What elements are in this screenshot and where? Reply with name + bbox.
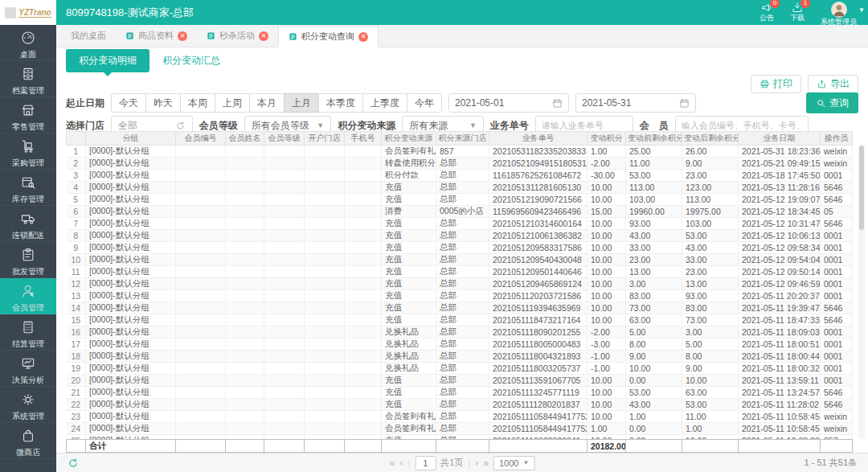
vertical-scrollbar[interactable]	[858, 146, 865, 439]
export-button[interactable]: 导出	[808, 75, 858, 93]
column-header[interactable]: 变动积分	[588, 132, 626, 146]
tab-2[interactable]: 商品资料✕	[116, 25, 197, 47]
table-row[interactable]: 18[0000]-默认分组兑换礼品总部2021051118004321893-1…	[67, 351, 853, 363]
tab-3[interactable]: 秒杀活动✕	[197, 25, 278, 47]
sidebar-item-4[interactable]: 采购管理	[0, 133, 56, 170]
table-row[interactable]: 2[0000]-默认分组转盘使用积分总部20210521094915180531…	[67, 158, 853, 170]
print-button[interactable]: 打印	[751, 75, 801, 93]
date-shortcut-button[interactable]: 上周	[215, 93, 250, 113]
table-row[interactable]: 10[0000]-默认分组充值总部202105120954043004810.0…	[67, 254, 853, 266]
column-header[interactable]: 会员编号	[176, 132, 226, 146]
table-row[interactable]: 11[0000]-默认分组充值总部202105120950144064610.0…	[67, 266, 853, 278]
column-header[interactable]	[67, 132, 86, 146]
close-icon[interactable]: ✕	[358, 32, 368, 42]
sidebar-item-8[interactable]: 会员管理	[0, 278, 56, 314]
prev-page-icon[interactable]: ‹	[399, 458, 403, 469]
column-header[interactable]: 变动后剩余积分	[682, 132, 739, 146]
date-shortcut-button[interactable]: 上季度	[362, 93, 407, 113]
cabinet-icon	[20, 66, 36, 82]
table-row[interactable]: 6[0000]-默认分组消费0005的小店1159695609423466496…	[67, 206, 853, 218]
scrollbar-thumb[interactable]	[859, 146, 864, 230]
column-header[interactable]: 业务单号	[489, 132, 588, 146]
printer-icon	[760, 79, 770, 89]
table-row[interactable]: 24[0000]-默认分组会员签到有礼总部2021051110584494177…	[67, 423, 853, 435]
table-row[interactable]: 3[0000]-默认分组积分付款总部1161857625261084672-30…	[67, 170, 853, 182]
table-row[interactable]: 14[0000]-默认分组充值总部202105111939463596910.0…	[67, 302, 853, 314]
sidebar-item-3[interactable]: 零售管理	[0, 97, 56, 133]
table-row[interactable]: 20[0000]-默认分组充值总部202105111359106770510.0…	[67, 375, 853, 387]
sidebar-item-1[interactable]: 桌面	[0, 25, 56, 61]
sidebar-item-7[interactable]: 批发管理	[0, 242, 56, 278]
column-header[interactable]: 积分变动来源	[382, 132, 436, 146]
refresh-icon[interactable]	[68, 458, 79, 469]
tab-1[interactable]: 我的桌面	[61, 25, 116, 47]
table-row[interactable]: 23[0000]-默认分组会员签到有礼总部2021051110584494177…	[67, 411, 853, 423]
merchant-title: 8099748198-测试商家-总部	[56, 6, 194, 20]
sidebar-menu: 桌面档案管理零售管理采购管理库存管理连锁配送批发管理会员管理结算管理决策分析系统…	[0, 25, 56, 459]
announcement-button[interactable]: 0 公告	[760, 2, 774, 22]
column-header[interactable]: 开户门店	[305, 132, 345, 146]
date-shortcut-button[interactable]: 昨天	[145, 93, 181, 113]
table-row[interactable]: 19[0000]-默认分组兑换礼品总部2021051118003205737-1…	[67, 363, 853, 375]
close-icon[interactable]: ✕	[178, 31, 187, 41]
chart-icon	[20, 355, 36, 371]
column-header[interactable]: 积分来源门店	[436, 132, 489, 146]
column-header[interactable]: 会员等级	[264, 132, 305, 146]
store-icon	[20, 102, 36, 118]
column-header[interactable]: 分组	[86, 132, 176, 146]
page-number-input[interactable]	[415, 456, 436, 470]
table-row[interactable]: 22[0000]-默认分组充值总部202105111128020183710.0…	[67, 399, 853, 411]
page-count-label: 共1页	[440, 457, 463, 469]
table-row[interactable]: 17[0000]-默认分组兑换礼品总部2021051118005000483-3…	[67, 339, 853, 351]
table-row[interactable]: 15[0000]-默认分组充值总部202105111847321716410.0…	[67, 314, 853, 326]
account-menu[interactable]: ▼ 系统管理员	[821, 2, 857, 26]
app-root: YZTrano 桌面档案管理零售管理采购管理库存管理连锁配送批发管理会员管理结算…	[0, 0, 868, 472]
next-page-icon[interactable]: ›	[475, 458, 478, 469]
download-button[interactable]: 1 下载	[790, 2, 805, 22]
query-button[interactable]: 查询	[806, 92, 858, 113]
date-shortcut-button[interactable]: 本周	[180, 93, 215, 113]
sidebar-item-6[interactable]: 连锁配送	[0, 206, 56, 242]
sidebar-item-2[interactable]: 档案管理	[0, 61, 56, 97]
date-shortcut-button[interactable]: 上月	[284, 93, 319, 113]
table-row[interactable]: 21[0000]-默认分组充值总部202105111324577111910.0…	[67, 387, 853, 399]
date-shortcut-button[interactable]: 本月	[249, 93, 285, 113]
table-row[interactable]: 8[0000]-默认分组充值总部202105121006138638210.00…	[67, 230, 853, 242]
last-page-icon[interactable]: »	[483, 458, 489, 469]
record-range-label: 1 - 51 共51条	[805, 457, 857, 469]
table-row[interactable]: 9[0000]-默认分组充值总部202105120958331758610.00…	[67, 242, 853, 254]
calendar-icon	[552, 98, 563, 109]
table-row[interactable]: 4[0000]-默认分组充值总部202105131128160513010.00…	[67, 182, 853, 194]
date-to-input[interactable]: 2021-05-31	[575, 93, 696, 113]
page-size-select[interactable]: 1000 ▼	[493, 456, 534, 470]
column-header[interactable]: 变动前剩余积分	[626, 132, 682, 146]
sidebar-item-11[interactable]: 系统管理	[0, 387, 56, 423]
date-from-input[interactable]: 2021-05-01	[448, 93, 569, 113]
column-header[interactable]: 操作员	[821, 132, 853, 146]
subtab-points-summary[interactable]: 积分变动汇总	[162, 54, 220, 68]
table-row[interactable]: 5[0000]-默认分组充值总部202105121909072156610.00…	[67, 194, 853, 206]
table-row[interactable]: 13[0000]-默认分组充值总部202105112020372158610.0…	[67, 290, 853, 302]
person-icon	[20, 283, 36, 299]
table-row[interactable]: 16[0000]-默认分组兑换礼品总部2021051118090201255-2…	[67, 326, 853, 339]
date-shortcut-button[interactable]: 本季度	[318, 93, 363, 113]
column-header[interactable]: 手机号	[345, 132, 382, 146]
sidebar-item-9[interactable]: 结算管理	[0, 314, 56, 351]
sidebar-item-12[interactable]: 微商店	[0, 423, 56, 459]
column-header[interactable]: 会员姓名	[226, 132, 264, 146]
tab-4[interactable]: 积分变动查询✕	[278, 26, 379, 47]
first-page-icon[interactable]: «	[390, 458, 395, 469]
app-logo[interactable]: YZTrano	[0, 0, 56, 25]
table-row[interactable]: 12[0000]-默认分组充值总部202105120946586912410.0…	[67, 278, 853, 290]
date-shortcut-button[interactable]: 今天	[111, 93, 146, 113]
subtab-points-detail[interactable]: 积分变动明细	[66, 49, 149, 72]
table-row[interactable]: 1[0000]-默认分组会员签到有礼8572021053118233520383…	[67, 146, 853, 158]
column-header[interactable]: 业务日期	[739, 132, 821, 146]
sidebar-item-10[interactable]: 决策分析	[0, 351, 56, 387]
table-row[interactable]: 7[0000]-默认分组充值总部202105121031460016410.00…	[67, 218, 853, 230]
points-table-area: 分组会员编号会员姓名会员等级开户门店手机号积分变动来源积分来源门店业务单号变动积…	[66, 131, 865, 453]
close-icon[interactable]: ✕	[259, 31, 268, 41]
date-shortcut-button[interactable]: 今年	[407, 93, 442, 113]
sidebar-item-5[interactable]: 库存管理	[0, 170, 56, 206]
store-label: 选择门店	[66, 119, 104, 133]
